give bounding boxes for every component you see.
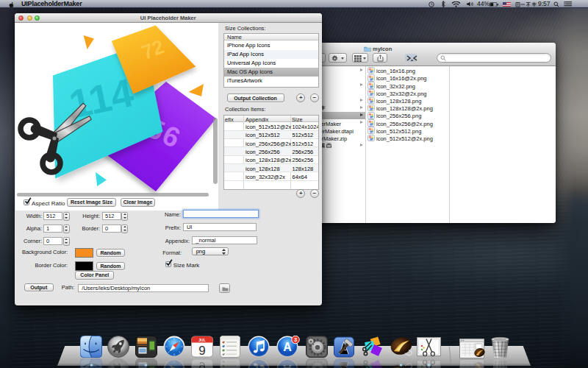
svg-text:JUL: JUL xyxy=(198,338,205,342)
svg-text:9: 9 xyxy=(198,358,205,368)
svg-text:3: 3 xyxy=(293,336,296,343)
svg-text:A: A xyxy=(283,363,292,368)
svg-text:A: A xyxy=(283,341,292,353)
svg-text:9: 9 xyxy=(198,344,205,358)
